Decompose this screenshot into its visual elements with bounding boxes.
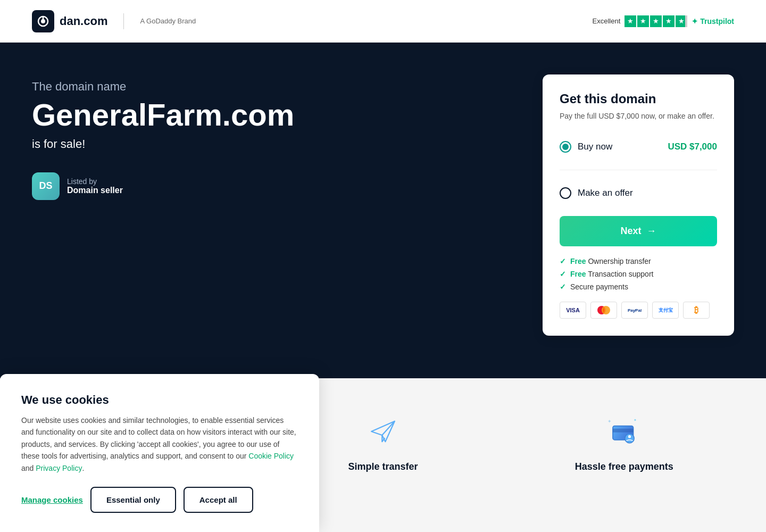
payment-icon-wrap: ✦ ✦	[603, 410, 645, 453]
star-5: ★	[676, 15, 687, 27]
star-2: ★	[637, 15, 649, 27]
transfer-icon-wrap	[362, 410, 404, 453]
card-title: Get this domain	[560, 92, 717, 106]
listed-by-label: Listed by	[67, 177, 123, 186]
avatar: DS	[32, 172, 60, 200]
svg-point-14	[628, 435, 631, 438]
cookie-text-part2: and	[21, 464, 36, 472]
next-button[interactable]: Next →	[560, 216, 717, 246]
feature-ownership: ✓ Free Ownership transfer	[560, 257, 717, 265]
star-3: ★	[650, 15, 662, 27]
svg-text:✦: ✦	[634, 418, 637, 422]
feature-3-text: Secure payments	[570, 282, 628, 291]
dan-logo: dan.com	[32, 10, 107, 32]
buy-now-option[interactable]: Buy now USD $7,000	[560, 135, 717, 159]
hero-domain: GeneralFarm.com	[32, 98, 543, 132]
godaddy-brand-text: A GoDaddy Brand	[140, 17, 196, 25]
feature-2-free: Free	[570, 270, 586, 278]
header-divider	[123, 13, 124, 29]
bitcoin-icon: ₿	[683, 302, 710, 319]
svg-text:✦: ✦	[608, 419, 612, 424]
make-offer-radio[interactable]	[560, 187, 571, 199]
check-icon-2: ✓	[560, 270, 566, 278]
svg-rect-12	[613, 429, 634, 433]
trustpilot-stars: ★ ★ ★ ★ ★	[625, 15, 687, 27]
privacy-policy-link[interactable]: Privacy Policy	[36, 464, 82, 472]
svg-point-5	[602, 306, 610, 314]
card-subtitle: Pay the full USD $7,000 now, or make an …	[560, 111, 717, 122]
feature-card-payment: ✦ ✦ Hassle fr	[514, 410, 734, 472]
dan-logo-icon	[32, 10, 54, 32]
feature-1-free: Free	[570, 257, 586, 265]
mastercard-icon	[590, 302, 617, 319]
star-1: ★	[625, 15, 636, 27]
cookie-buttons: Manage cookies Essential only Accept all	[21, 487, 298, 513]
manage-cookies-button[interactable]: Manage cookies	[21, 495, 83, 504]
feature-transaction: ✓ Free Transaction support	[560, 270, 717, 278]
feature-2-text: Transaction support	[588, 270, 653, 278]
accept-all-button[interactable]: Accept all	[184, 487, 253, 513]
hero-forsale: is for sale!	[32, 137, 543, 151]
seller-name: Domain seller	[67, 186, 123, 195]
header-left: dan.com A GoDaddy Brand	[32, 10, 196, 32]
next-arrow-icon: →	[647, 226, 656, 237]
seller-info: Listed by Domain seller	[67, 177, 123, 195]
feature-secure: ✓ Secure payments	[560, 282, 717, 291]
purchase-card: Get this domain Pay the full USD $7,000 …	[543, 74, 734, 336]
hero-section: The domain name GeneralFarm.com is for s…	[0, 43, 766, 378]
essential-only-button[interactable]: Essential only	[90, 487, 176, 513]
features-list: ✓ Free Ownership transfer ✓ Free Transac…	[560, 257, 717, 291]
make-offer-option[interactable]: Make an offer	[560, 181, 717, 205]
option-divider	[560, 170, 717, 170]
buy-now-label: Buy now	[578, 142, 612, 152]
header: dan.com A GoDaddy Brand Excellent ★ ★ ★ …	[0, 0, 766, 43]
hero-left: The domain name GeneralFarm.com is for s…	[32, 74, 543, 200]
trustpilot-logo: ✦ Trustpilot	[692, 17, 734, 26]
trustpilot-section: Excellent ★ ★ ★ ★ ★ ✦ Trustpilot	[593, 15, 734, 27]
cookie-policy-link[interactable]: Cookie Policy	[248, 452, 294, 460]
check-icon-1: ✓	[560, 257, 566, 265]
hero-subtitle: The domain name	[32, 80, 543, 94]
cookie-text: Our website uses cookies and similar tec…	[21, 414, 298, 474]
feature-payment-title: Hassle free payments	[575, 461, 673, 472]
paypal-icon: PayPal	[621, 302, 648, 319]
make-offer-left: Make an offer	[560, 187, 633, 199]
buy-now-left: Buy now	[560, 141, 612, 153]
feature-transfer-title: Simple transfer	[348, 461, 418, 472]
make-offer-label: Make an offer	[578, 188, 633, 198]
buy-now-price: USD $7,000	[668, 142, 717, 152]
buy-now-radio[interactable]	[560, 141, 571, 153]
svg-point-2	[41, 19, 45, 23]
dan-logo-text: dan.com	[60, 14, 107, 28]
visa-icon: VISA	[560, 302, 586, 319]
trustpilot-rating-text: Excellent	[593, 17, 621, 25]
seller-badge: DS Listed by Domain seller	[32, 172, 543, 200]
cookie-title: We use cookies	[21, 393, 298, 407]
star-4: ★	[663, 15, 675, 27]
payment-icons: VISA PayPal 支付宝 ₿	[560, 302, 717, 319]
next-button-label: Next	[620, 226, 641, 237]
alipay-icon: 支付宝	[652, 302, 679, 319]
cookie-banner: We use cookies Our website uses cookies …	[0, 374, 319, 532]
feature-1-text: Ownership transfer	[588, 257, 651, 265]
cookie-text-part3: .	[82, 464, 84, 472]
check-icon-3: ✓	[560, 282, 566, 291]
